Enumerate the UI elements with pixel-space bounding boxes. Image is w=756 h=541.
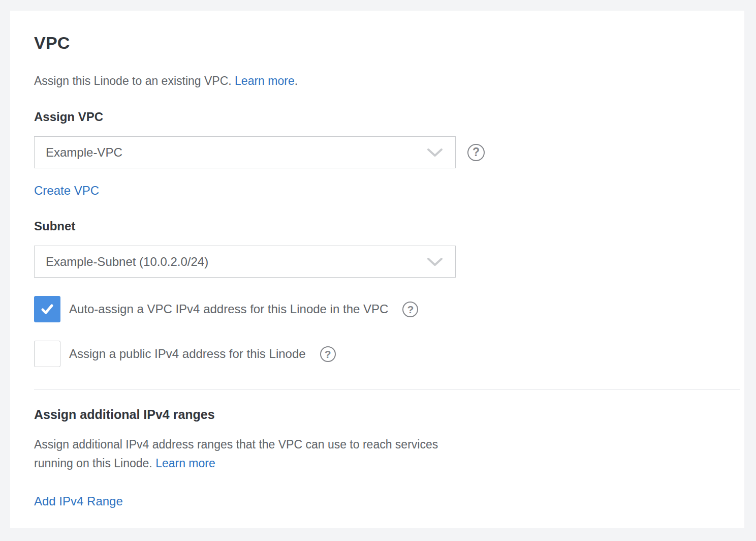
subnet-select[interactable]: Example-Subnet (10.0.2.0/24) <box>34 246 456 278</box>
assign-vpc-label: Assign VPC <box>34 110 744 124</box>
additional-ranges-title: Assign additional IPv4 ranges <box>34 407 744 422</box>
checkbox-label-assign-public: Assign a public IPv4 address for this Li… <box>69 347 306 361</box>
additional-ranges-description-body: Assign additional IPv4 address ranges th… <box>34 438 438 470</box>
chevron-down-icon <box>427 148 443 157</box>
chevron-down-icon <box>427 257 443 266</box>
subnet-row: Example-Subnet (10.0.2.0/24) <box>34 246 744 278</box>
help-icon-assign-public[interactable]: ? <box>320 346 336 362</box>
intro-text-suffix: . <box>295 74 298 87</box>
intro-text: Assign this Linode to an existing VPC. L… <box>34 73 744 88</box>
auto-assign-vpc-ipv4-row: Auto-assign a VPC IPv4 address for this … <box>34 296 744 322</box>
page-title: VPC <box>34 33 744 53</box>
checkbox-label-auto-assign: Auto-assign a VPC IPv4 address for this … <box>69 302 388 316</box>
additional-ranges-description: Assign additional IPv4 address ranges th… <box>34 435 458 473</box>
help-icon-auto-assign[interactable]: ? <box>402 302 418 317</box>
vpc-select[interactable]: Example-VPC <box>34 136 456 168</box>
vpc-select-value: Example-VPC <box>46 145 427 160</box>
help-icon-vpc[interactable]: ? <box>467 144 485 161</box>
create-vpc-link[interactable]: Create VPC <box>34 184 99 198</box>
assign-public-ipv4-row: Assign a public IPv4 address for this Li… <box>34 341 744 367</box>
subnet-label: Subnet <box>34 219 744 233</box>
intro-text-body: Assign this Linode to an existing VPC. <box>34 74 235 87</box>
learn-more-link-ranges[interactable]: Learn more <box>155 457 215 470</box>
checkbox-assign-public-ipv4[interactable] <box>34 341 60 367</box>
section-divider <box>34 389 740 390</box>
vpc-panel: VPC Assign this Linode to an existing VP… <box>10 11 744 528</box>
checkbox-auto-assign-vpc-ipv4[interactable] <box>34 296 60 322</box>
subnet-select-value: Example-Subnet (10.0.2.0/24) <box>46 255 427 269</box>
check-icon <box>39 301 55 317</box>
add-ipv4-range-link[interactable]: Add IPv4 Range <box>34 494 123 508</box>
assign-vpc-row: Example-VPC ? <box>34 136 744 168</box>
learn-more-link-vpc[interactable]: Learn more <box>235 74 295 87</box>
